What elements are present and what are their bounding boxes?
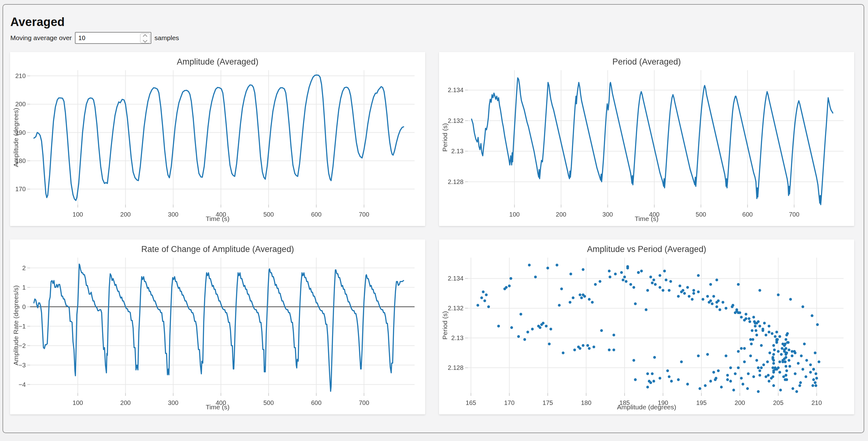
amplitude-vs-period-chart xyxy=(439,239,854,414)
spinner-down-icon[interactable] xyxy=(143,38,147,42)
moving-average-label-prefix: Moving average over xyxy=(10,34,72,42)
amplitude-rate-chart-card xyxy=(10,239,425,414)
period-chart-card xyxy=(439,52,854,226)
moving-average-control: Moving average over samples xyxy=(10,32,864,44)
spinner-up-icon[interactable] xyxy=(143,34,147,38)
page-title: Averaged xyxy=(10,16,864,29)
number-stepper[interactable] xyxy=(140,33,150,43)
main-panel: Averaged Moving average over samples xyxy=(2,4,864,433)
period-chart xyxy=(439,52,854,226)
amplitude-chart xyxy=(10,52,425,226)
amplitude-chart-card xyxy=(10,52,425,226)
moving-average-label-suffix: samples xyxy=(154,34,179,42)
amplitude-vs-period-chart-card xyxy=(439,239,854,414)
charts-grid xyxy=(10,52,864,414)
amplitude-rate-chart xyxy=(10,239,425,414)
